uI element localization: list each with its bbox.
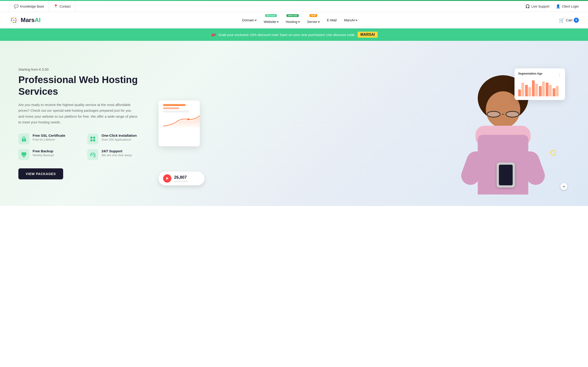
server-chevron-icon [318,20,320,22]
website-label: Website [264,20,276,24]
trend-chart [163,115,195,128]
svg-point-14 [90,139,93,142]
svg-rect-20 [95,155,95,156]
svg-point-1 [11,18,13,19]
live-support-label: Live Support [531,5,549,8]
cart-icon: 🛒 [559,17,565,23]
logo-text: MarsAI [21,17,41,24]
svg-point-6 [15,19,17,21]
server-badge: NEW [309,14,317,17]
svg-point-13 [93,136,95,139]
marsai-chevron-icon [355,19,357,21]
feature-backup: Free Backup Weekly Backup! [18,149,83,160]
svg-point-25 [187,118,189,120]
support-title: 24/7 Support [102,149,132,153]
yellow-ring-decoration [550,150,556,156]
person-icon: 👤 [556,4,561,8]
stats-lines [163,104,195,112]
nav-hosting[interactable]: NVM SSD Hosting [283,15,303,25]
svg-marker-22 [303,77,418,169]
headset-icon: 🎧 [525,4,530,8]
feature-ssl: Free SSL Certificate Free for Lifetime! [18,133,83,144]
ssl-text: Free SSL Certificate Free for Lifetime! [33,133,65,141]
top-bar-right: 🎧 Live Support 👤 Client Login [525,4,579,8]
location-icon: 📍 [53,4,58,8]
logo-accent: AI [35,17,41,23]
features-grid: Free SSL Certificate Free for Lifetime! … [18,133,152,160]
chart-bars [518,80,561,96]
hero-description: Are you ready to receive the highest qua… [18,102,138,125]
server-label: Server [307,20,317,24]
hero-subtitle: Starting from € 0.50 [18,67,152,71]
message-icon: 💬 [14,4,19,8]
knowledge-base-label: Knowledge Base [20,5,44,8]
hosting-label: Hosting [286,20,297,24]
play-count: 26,807 [174,175,188,180]
play-count-sub [174,181,188,182]
chart-title: Segmentation Age [518,72,542,75]
cart-label: Cart [566,18,572,22]
website-badge: Discount [265,14,277,17]
chart-menu-icon[interactable]: ⋮ [558,73,561,77]
oneclick-desc: Over 200 Applications! [102,138,137,141]
client-login-label: Client Login [562,5,579,8]
svg-point-7 [11,21,13,23]
hero-right: Segmentation Age ⋮ [152,55,570,192]
cart[interactable]: 🛒 Cart 0 [559,17,579,23]
nav-server[interactable]: NEW Server [304,15,323,25]
play-card: 26,807 [158,172,204,185]
svg-point-8 [13,22,15,23]
client-login-link[interactable]: 👤 Client Login [556,4,579,8]
hosting-badge: NVM SSD [287,14,299,17]
hero-title: Professional Web Hosting Services [18,74,152,97]
support-icon [87,149,98,160]
oneclick-icon [87,133,98,144]
live-support-link[interactable]: 🎧 Live Support [525,4,549,8]
stats-card [158,100,200,146]
promo-text: Grab your exclusive 10% discount now! Sa… [218,33,355,37]
contact-label: Contact [60,5,70,8]
promo-banner: 📣 Grab your exclusive 10% discount now! … [0,28,588,41]
svg-point-3 [15,18,16,19]
svg-marker-21 [292,66,430,181]
email-label: E-Mail [327,18,337,22]
ssl-icon [18,133,29,144]
nav-domain[interactable]: Domain [239,16,259,24]
stats-line-1 [163,104,186,106]
backup-text: Free Backup Weekly Backup! [33,149,54,157]
svg-point-4 [11,19,12,21]
backup-icon [18,149,29,160]
backup-desc: Weekly Backup! [33,153,54,157]
nav-website[interactable]: Discount Website [260,15,282,25]
support-text: 24/7 Support We are one click away! [102,149,132,157]
stats-line-2 [163,107,179,109]
support-desc: We are one click away! [102,153,132,157]
top-bar: 💬 Knowledge Base 📍 Contact 🎧 Live Suppor… [0,1,588,12]
backup-title: Free Backup [33,149,54,153]
logo[interactable]: MarsAI [9,16,41,25]
website-chevron-icon [277,20,279,22]
feature-oneclick: One-Click Installation Over 200 Applicat… [87,133,152,144]
view-packages-button[interactable]: VIEW PACKAGES [18,168,63,179]
play-button[interactable] [163,174,171,183]
marsai-label: MarsAI [344,18,355,22]
nav-marsai[interactable]: MarsAI [341,16,361,24]
feature-support: 24/7 Support We are one click away! [87,149,152,160]
chart-card: Segmentation Age ⋮ [515,68,565,100]
domain-label: Domain [242,18,254,22]
contact-link[interactable]: 📍 Contact [49,1,75,12]
oneclick-text: One-Click Installation Over 200 Applicat… [102,133,137,141]
hero-section: Starting from € 0.50 Professional Web Ho… [0,41,588,206]
svg-point-18 [92,153,94,155]
scroll-indicator[interactable] [561,183,567,190]
svg-rect-16 [22,152,26,156]
navbar: MarsAI Domain Discount Website NVM SSD H… [0,12,588,28]
svg-point-9 [15,21,16,23]
svg-point-15 [93,139,95,142]
svg-point-5 [13,19,15,21]
top-bar-left: 💬 Knowledge Base 📍 Contact [9,1,75,12]
ssl-title: Free SSL Certificate [33,133,65,137]
knowledge-base-link[interactable]: 💬 Knowledge Base [9,1,49,12]
hero-content: Starting from € 0.50 Professional Web Ho… [18,67,152,179]
nav-email[interactable]: E-Mail [324,16,340,24]
